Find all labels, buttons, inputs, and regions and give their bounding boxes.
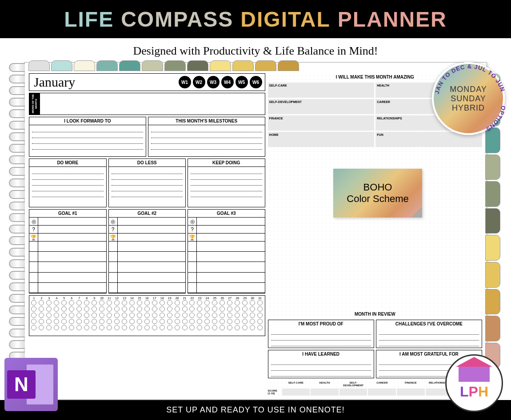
habit-circle[interactable]	[98, 325, 106, 331]
habit-circle[interactable]	[256, 318, 264, 325]
habit-circle[interactable]	[226, 312, 234, 318]
habit-circle[interactable]	[106, 306, 113, 312]
top-tab[interactable]	[210, 60, 231, 71]
habit-circle[interactable]	[158, 325, 166, 331]
habit-circle[interactable]	[113, 306, 120, 312]
habit-circle[interactable]	[76, 312, 83, 318]
habit-circle[interactable]	[211, 325, 219, 331]
habit-circle[interactable]	[38, 318, 45, 325]
habit-circle[interactable]	[219, 306, 226, 312]
habit-circle[interactable]	[204, 300, 211, 306]
habit-circle[interactable]	[211, 312, 219, 318]
do-more-box[interactable]: DO MORE	[29, 158, 107, 207]
habit-circle[interactable]	[151, 312, 158, 318]
habit-circle[interactable]	[120, 300, 128, 306]
habit-circle[interactable]	[83, 306, 91, 312]
side-tab[interactable]	[485, 181, 500, 207]
keep-doing-box[interactable]: KEEP DOING	[188, 158, 265, 207]
habit-circle[interactable]	[249, 325, 256, 331]
habit-circle[interactable]	[143, 306, 151, 312]
top-tab[interactable]	[119, 60, 140, 71]
goal-box[interactable]: GOAL #1◎?🏆	[29, 209, 107, 293]
habit-circle[interactable]	[181, 300, 188, 306]
habit-circle[interactable]	[53, 312, 60, 318]
week-chip[interactable]: W6	[250, 76, 262, 88]
habit-circle[interactable]	[120, 318, 128, 325]
habit-circle[interactable]	[113, 300, 120, 306]
habit-circle[interactable]	[30, 318, 38, 325]
habit-circle[interactable]	[76, 306, 83, 312]
habit-circle[interactable]	[128, 306, 136, 312]
top-tab[interactable]	[278, 60, 299, 71]
habit-circle[interactable]	[173, 306, 181, 312]
habit-circle[interactable]	[45, 306, 53, 312]
habit-circle[interactable]	[249, 306, 256, 312]
week-chip[interactable]: W5	[236, 76, 248, 88]
score-box[interactable]	[397, 388, 425, 396]
score-box[interactable]	[311, 388, 339, 396]
habit-circle[interactable]	[241, 300, 249, 306]
habit-circle[interactable]	[211, 318, 219, 325]
habit-circle[interactable]	[120, 312, 128, 318]
habit-circle[interactable]	[188, 306, 196, 312]
habit-circle[interactable]	[158, 318, 166, 325]
do-less-box[interactable]: DO LESS	[108, 158, 186, 207]
habit-circle[interactable]	[143, 312, 151, 318]
habit-circle[interactable]	[83, 300, 91, 306]
habit-circle[interactable]	[196, 325, 204, 331]
habit-circle[interactable]	[68, 306, 76, 312]
habit-circle[interactable]	[249, 318, 256, 325]
habit-circle[interactable]	[166, 312, 173, 318]
review-box[interactable]: I HAVE LEARNED	[268, 350, 374, 378]
habit-circle[interactable]	[188, 312, 196, 318]
habit-circle[interactable]	[166, 318, 173, 325]
habit-circle[interactable]	[204, 325, 211, 331]
habit-circle[interactable]	[181, 318, 188, 325]
review-box[interactable]: CHALLENGES I'VE OVERCOME	[376, 320, 482, 348]
habit-circle[interactable]	[38, 300, 45, 306]
habit-circle[interactable]	[173, 300, 181, 306]
top-tab[interactable]	[164, 60, 186, 71]
side-tab[interactable]	[485, 289, 500, 315]
top-tab[interactable]	[28, 60, 50, 71]
habit-circle[interactable]	[91, 318, 98, 325]
habit-circle[interactable]	[219, 325, 226, 331]
habit-circle[interactable]	[196, 306, 204, 312]
habit-circle[interactable]	[45, 312, 53, 318]
habit-circle[interactable]	[128, 300, 136, 306]
habit-circle[interactable]	[196, 300, 204, 306]
look-forward-box[interactable]: I LOOK FORWARD TO	[29, 117, 146, 157]
habit-circle[interactable]	[91, 306, 98, 312]
habit-circle[interactable]	[91, 312, 98, 318]
habit-circle[interactable]	[234, 300, 241, 306]
goal-box[interactable]: GOAL #3◎?🏆	[188, 209, 265, 293]
habit-circle[interactable]	[91, 300, 98, 306]
habit-circle[interactable]	[158, 300, 166, 306]
habit-circle[interactable]	[136, 312, 143, 318]
habit-circle[interactable]	[98, 312, 106, 318]
habit-circle[interactable]	[76, 325, 83, 331]
habit-circle[interactable]	[128, 325, 136, 331]
habit-circle[interactable]	[158, 306, 166, 312]
amazing-cell[interactable]: SELF-CARE	[268, 83, 375, 98]
top-tab[interactable]	[74, 60, 95, 71]
habit-circle[interactable]	[226, 325, 234, 331]
habit-circle[interactable]	[219, 318, 226, 325]
side-tab[interactable]	[485, 155, 500, 180]
review-box[interactable]: I'M MOST PROUD OF	[268, 320, 374, 348]
habit-circle[interactable]	[38, 312, 45, 318]
top-tab[interactable]	[187, 60, 208, 71]
score-box[interactable]	[368, 388, 396, 396]
habit-circle[interactable]	[219, 312, 226, 318]
habit-circle[interactable]	[45, 300, 53, 306]
milestones-box[interactable]: THIS MONTH'S MILESTONES	[148, 117, 265, 157]
habit-circle[interactable]	[196, 312, 204, 318]
habit-circle[interactable]	[106, 325, 113, 331]
habit-circle[interactable]	[83, 318, 91, 325]
habit-circle[interactable]	[136, 300, 143, 306]
habit-circle[interactable]	[241, 318, 249, 325]
habit-circle[interactable]	[60, 325, 68, 331]
amazing-cell[interactable]: FINANCE	[268, 115, 375, 131]
habit-circle[interactable]	[188, 318, 196, 325]
habit-circle[interactable]	[219, 300, 226, 306]
